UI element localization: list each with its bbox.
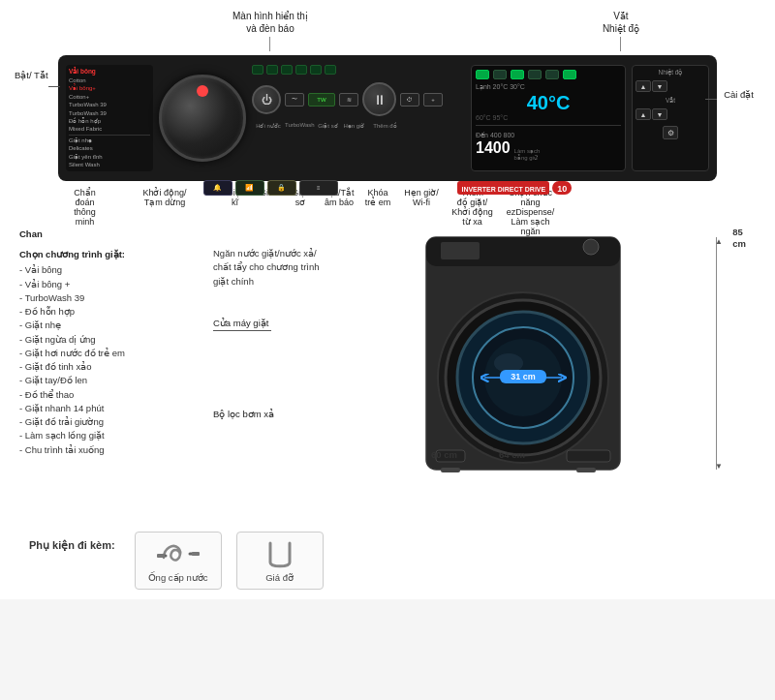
speed-btn-row: ▲ ▼: [636, 108, 705, 120]
display-label: Màn hình hiển thị và đèn báo: [232, 10, 308, 51]
list-item: - Giặt hơi nước đồ trẻ em: [19, 347, 208, 360]
speed-buttons: ▲ ▼: [636, 108, 705, 120]
accessory-stand-box: Giá đỡ: [236, 532, 324, 590]
panel-area: Màn hình hiển thị và đèn báo Vắt Nhiệt đ…: [58, 10, 717, 248]
temp-down-btn[interactable]: ▼: [652, 80, 667, 92]
wifi-btn[interactable]: 📶: [235, 180, 264, 196]
nhiet-do-header: Nhiệt độ: [636, 69, 705, 76]
program-dial[interactable]: [159, 75, 246, 162]
lbl-giat-so: Giặt sơ: [316, 122, 340, 129]
bat-tat-arrow: [48, 86, 60, 87]
washer-svg: 31 cm: [412, 228, 673, 518]
years-badge: 10: [552, 181, 572, 195]
dial-knob[interactable]: [159, 75, 246, 162]
indicator-6: [325, 65, 336, 75]
svg-point-9: [583, 239, 599, 255]
lock-icon: 🔒: [277, 184, 286, 192]
svg-rect-18: [192, 552, 200, 556]
indicator-5: [310, 65, 322, 75]
sound-btn[interactable]: 🔔: [203, 180, 232, 196]
power-button[interactable]: ⏻: [252, 85, 281, 114]
pipe-label: Ống cấp nước: [148, 572, 208, 583]
turbowash-button[interactable]: TW: [308, 93, 335, 107]
lbl-turbowash: TurboWash: [285, 122, 314, 129]
program-list: Cotton Vải bông+ Cotton+ TurboWash 39 Tu…: [69, 76, 150, 168]
width-dimension: 60 cm: [431, 449, 457, 460]
list-item: - Đồ hỗn hợp: [19, 305, 208, 319]
height-line: [716, 237, 717, 470]
list-item: - Giặt nhanh 14 phút: [19, 402, 208, 415]
speed-up-icon: ▲: [640, 111, 647, 118]
panel-bottom-labels: Hơi nước TurboWash Giặt sơ Hẹn giờ Thêm …: [252, 122, 465, 129]
list-item: - Giặt ngừa dị ứng: [19, 333, 208, 347]
cua-may-giat-text: Cửa máy giặt: [213, 318, 268, 328]
wash-icon-4: [528, 70, 542, 79]
wash-icon-5: [545, 70, 559, 79]
program-display: Vải bông Cotton Vải bông+ Cotton+ TurboW…: [66, 65, 153, 171]
washer-image-area: 31 cm 85 cm ▲ ▼ 60 cm 64 cm: [412, 228, 756, 520]
speed-range-text: Đến 400 800: [476, 132, 514, 138]
accessories-section: Phụ kiện đi kèm: Ống cấp nước Giá đỡ: [15, 532, 760, 590]
sound-icon: 🔔: [213, 184, 222, 192]
left-labels: Chan Chọn chương trình giặt: - Vải bông …: [19, 228, 208, 520]
display-screen: Lạnh 20°C 30°C 40°C 60°C 95°C Đến 400 80…: [471, 65, 626, 171]
settings-button[interactable]: ⚙: [663, 126, 678, 139]
middle-labels: Ngăn nước giặt/nước xả/ chất tẩy cho chư…: [213, 228, 407, 520]
play-pause-button[interactable]: ⏸: [362, 82, 396, 116]
temp-down-icon: ▼: [657, 83, 664, 90]
indicator-1: [252, 65, 264, 75]
speed-down-icon: ▼: [657, 111, 664, 118]
ngan-nuoc-label: Ngăn nước giặt/nước xả/ chất tẩy cho chư…: [213, 247, 407, 289]
temp-buttons: ▲ ▼: [636, 80, 705, 92]
svg-rect-13: [576, 468, 596, 472]
select-icon: ≡: [317, 185, 321, 191]
list-item: - TurboWash 39: [19, 291, 208, 305]
height-label: 85 cm: [732, 226, 746, 249]
temp-upper-values: 60°C 95°C: [476, 114, 621, 121]
settings-area: ⚙: [636, 126, 705, 139]
hen-gio-icon: ⏱: [407, 97, 413, 103]
hen-gio-button[interactable]: ⏱: [400, 93, 419, 107]
lock-btn[interactable]: 🔒: [267, 180, 296, 196]
list-item: - Đồ thể thao: [19, 388, 208, 402]
list-item: - Làm sạch lồng giặt: [19, 429, 208, 442]
svg-rect-2: [441, 242, 480, 259]
temp-main-value: 40°C: [476, 93, 621, 112]
cai-dat-label: Cài đặt: [724, 89, 754, 100]
them-do-button[interactable]: +: [423, 93, 443, 107]
turbowash-icon: TW: [317, 97, 326, 103]
play-pause-icon: ⏸: [373, 92, 387, 107]
wash-icon-2: [493, 70, 507, 79]
indicator-row: [252, 65, 465, 75]
wash-icon-1: [476, 70, 489, 79]
list-item: - Vải bông +: [19, 278, 208, 291]
temp-btn-row: ▲ ▼: [636, 80, 705, 92]
button-row: ⏻ 〜 TW ≋: [252, 82, 465, 116]
list-item: - Giặt đồ tinh xảo: [19, 360, 208, 374]
panel-middle: ⏻ 〜 TW ≋: [252, 65, 465, 171]
select-btn[interactable]: ≡: [299, 180, 338, 196]
logo-area: INVERTER DIRECT DRIVE 10: [457, 181, 572, 195]
bottom-icon-row: 🔔 📶 🔒 ≡: [203, 180, 338, 196]
temp-display-text: Vắt Nhiệt độ: [603, 11, 639, 34]
temp-up-btn[interactable]: ▲: [636, 80, 651, 92]
temp-up-icon: ▲: [640, 83, 647, 90]
accessory-pipe-box: Ống cấp nước: [135, 532, 222, 590]
hoi-nuoc-icon: 〜: [292, 95, 297, 104]
ngan-nuoc-text: Ngăn nước giặt/nước xả/ chất tẩy cho chư…: [213, 248, 320, 287]
giat-so-button[interactable]: ≋: [339, 93, 358, 107]
cua-may-giat-label: Cửa máy giặt: [213, 318, 407, 331]
speed-up-btn[interactable]: ▲: [636, 108, 651, 120]
width-label: 60 cm: [431, 449, 457, 460]
speed-unit-text: Làm sạchbằng giữ: [514, 148, 541, 162]
program-header: Vải bông: [69, 68, 150, 76]
hoi-nuoc-button[interactable]: 〜: [285, 93, 304, 107]
dd-logo-text: INVERTER DIRECT DRIVE: [461, 186, 545, 193]
depth-dimension: 64 cm: [499, 449, 525, 460]
cai-dat-arrow: [705, 99, 717, 100]
bo-loc-label: Bộ lọc bơm xả: [213, 409, 407, 419]
stand-label: Giá đỡ: [265, 572, 294, 583]
speed-down-btn[interactable]: ▼: [652, 108, 667, 120]
svg-rect-11: [567, 450, 610, 462]
page: Màn hình hiển thị và đèn báo Vắt Nhiệt đ…: [0, 0, 775, 599]
